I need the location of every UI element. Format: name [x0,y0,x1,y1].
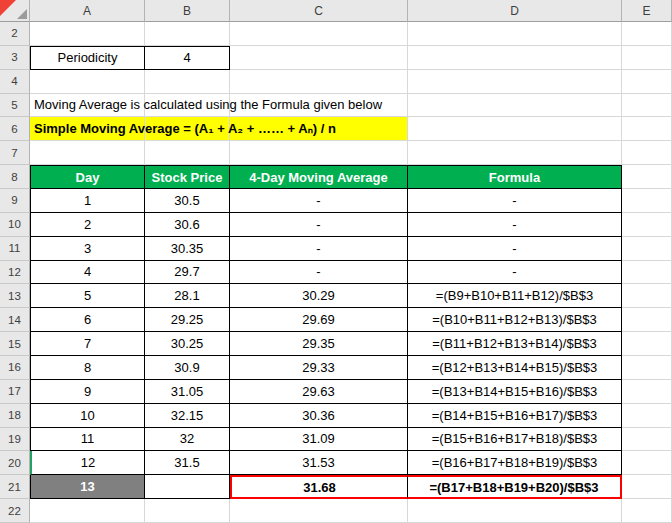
row-header-6[interactable]: 6 [0,117,30,141]
cell-B21[interactable] [145,475,230,499]
cell-A17[interactable]: 9 [30,380,145,404]
cell-E19[interactable] [622,428,672,452]
row-header-4[interactable]: 4 [0,70,30,94]
cell-E2[interactable] [622,22,672,46]
cell-D22[interactable] [408,499,622,523]
cell-C10[interactable]: - [230,213,408,237]
row-header-20[interactable]: 20 [0,451,30,475]
cell-D7[interactable] [408,141,622,165]
cell-B8[interactable]: Stock Price [145,165,230,189]
cell-A6[interactable]: Simple Moving Average = (A₁ + A₂ + …… + … [30,117,145,141]
row-header-9[interactable]: 9 [0,189,30,213]
column-header-e[interactable]: E [622,0,672,22]
cell-C3[interactable] [230,46,408,70]
cell-A15[interactable]: 7 [30,332,145,356]
row-header-3[interactable]: 3 [0,46,30,70]
column-header-a[interactable]: A [30,0,145,22]
cell-D20[interactable]: =(B16+B17+B18+B19)/$B$3 [408,451,622,475]
row-header-8[interactable]: 8 [0,165,30,189]
cell-E11[interactable] [622,237,672,261]
cell-D11[interactable]: - [408,237,622,261]
cell-E16[interactable] [622,356,672,380]
cell-E13[interactable] [622,284,672,308]
row-header-10[interactable]: 10 [0,213,30,237]
cell-E4[interactable] [622,70,672,94]
cell-C16[interactable]: 29.33 [230,356,408,380]
cell-B9[interactable]: 30.5 [145,189,230,213]
cell-B2[interactable] [145,22,230,46]
cell-B7[interactable] [145,141,230,165]
cell-C22[interactable] [230,499,408,523]
column-header-b[interactable]: B [145,0,230,22]
cell-D15[interactable]: =(B11+B12+B13+B14)/$B$3 [408,332,622,356]
row-header-11[interactable]: 11 [0,237,30,261]
cell-A11[interactable]: 3 [30,237,145,261]
cell-D17[interactable]: =(B13+B14+B15+B16)/$B$3 [408,380,622,404]
cell-B20[interactable]: 31.5 [145,451,230,475]
row-header-21[interactable]: 21 [0,475,30,499]
column-header-d[interactable]: D [408,0,622,22]
cell-B11[interactable]: 30.35 [145,237,230,261]
cell-A20[interactable]: 12 [30,451,145,475]
cell-A5[interactable]: Moving Average is calculated using the F… [30,94,145,118]
row-header-16[interactable]: 16 [0,356,30,380]
row-header-14[interactable]: 14 [0,308,30,332]
row-header-19[interactable]: 19 [0,428,30,452]
cell-B10[interactable]: 30.6 [145,213,230,237]
cell-E8[interactable] [622,165,672,189]
cell-B3[interactable]: 4 [145,46,230,70]
row-header-15[interactable]: 15 [0,332,30,356]
cell-C12[interactable]: - [230,261,408,285]
cell-C17[interactable]: 29.63 [230,380,408,404]
cell-D2[interactable] [408,22,622,46]
cell-B12[interactable]: 29.7 [145,261,230,285]
cell-E3[interactable] [622,46,672,70]
cell-D19[interactable]: =(B15+B16+B17+B18)/$B$3 [408,428,622,452]
cell-B14[interactable]: 29.25 [145,308,230,332]
cell-B18[interactable]: 32.15 [145,404,230,428]
row-header-5[interactable]: 5 [0,94,30,118]
cell-A3[interactable]: Periodicity [30,46,145,70]
cell-C4[interactable] [230,70,408,94]
cell-E12[interactable] [622,261,672,285]
cell-E6[interactable] [622,117,672,141]
cell-C2[interactable] [230,22,408,46]
cell-C20[interactable]: 31.53 [230,451,408,475]
cell-C19[interactable]: 31.09 [230,428,408,452]
column-header-c[interactable]: C [230,0,408,22]
select-all-corner[interactable] [0,0,30,22]
cell-C9[interactable]: - [230,189,408,213]
cell-E22[interactable] [622,499,672,523]
cell-A8[interactable]: Day [30,165,145,189]
cell-A12[interactable]: 4 [30,261,145,285]
cell-D6[interactable] [408,117,622,141]
row-header-13[interactable]: 13 [0,284,30,308]
cell-E5[interactable] [622,94,672,118]
row-header-2[interactable]: 2 [0,22,30,46]
cell-C21[interactable]: 31.68 [230,475,408,499]
cell-D16[interactable]: =(B12+B13+B14+B15)/$B$3 [408,356,622,380]
cell-E18[interactable] [622,404,672,428]
cell-B17[interactable]: 31.05 [145,380,230,404]
cell-B4[interactable] [145,70,230,94]
row-header-18[interactable]: 18 [0,404,30,428]
cell-D12[interactable]: - [408,261,622,285]
row-header-7[interactable]: 7 [0,141,30,165]
cell-B22[interactable] [145,499,230,523]
cell-E17[interactable] [622,380,672,404]
cell-A21[interactable]: 13 [30,475,145,499]
cell-A19[interactable]: 11 [30,428,145,452]
row-header-12[interactable]: 12 [0,261,30,285]
cell-A16[interactable]: 8 [30,356,145,380]
cell-A9[interactable]: 1 [30,189,145,213]
cell-D18[interactable]: =(B14+B15+B16+B17)/$B$3 [408,404,622,428]
cell-C14[interactable]: 29.69 [230,308,408,332]
cell-A10[interactable]: 2 [30,213,145,237]
cell-B19[interactable]: 32 [145,428,230,452]
cell-D3[interactable] [408,46,622,70]
cell-B15[interactable]: 30.25 [145,332,230,356]
cell-E15[interactable] [622,332,672,356]
cell-B16[interactable]: 30.9 [145,356,230,380]
cell-C15[interactable]: 29.35 [230,332,408,356]
cell-C7[interactable] [230,141,408,165]
